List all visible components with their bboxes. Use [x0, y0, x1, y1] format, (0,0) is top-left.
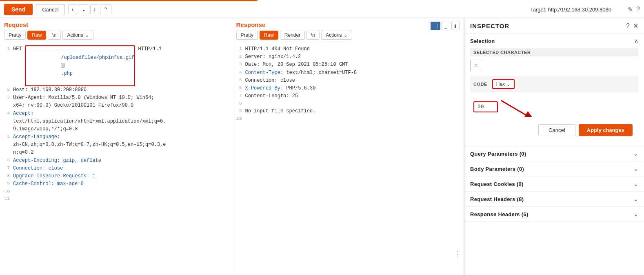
query-parameters-chevron: ⌄: [633, 150, 638, 157]
actions-dropdown-response[interactable]: Actions ⌄: [321, 31, 352, 40]
inspector-close-icon[interactable]: ✕: [633, 22, 638, 30]
resp-line-7: 7 Content-Length: 25: [234, 92, 462, 100]
query-parameters-section[interactable]: Query Parameters (0) ⌄: [464, 146, 644, 161]
code-line-7: 7 Connection: close: [2, 165, 230, 172]
apply-changes-button[interactable]: Apply changes: [579, 124, 633, 136]
resp-line-3: 3 Date: Mon, 20 Sep 2021 05:25:10 GMT: [234, 61, 462, 69]
request-toolbar: Pretty Raw \n Actions ⌄: [4, 31, 228, 40]
code-format-dropdown[interactable]: Hex ⌄: [492, 79, 515, 89]
request-headers-chevron: ⌄: [633, 196, 638, 202]
view-single-button[interactable]: ▮: [451, 22, 460, 30]
request-panel-header: Request Pretty Raw \n Actions ⌄: [0, 18, 232, 43]
url-highlight: /uploadfiles/phpinfoa.gif .php: [25, 45, 135, 86]
actions-chevron-request: ⌄: [85, 32, 89, 38]
view-split-v-button[interactable]: ⎯: [442, 22, 450, 30]
request-code-area[interactable]: 1 GET /uploadfiles/phpinfoa.gif .php HTT…: [0, 43, 232, 275]
code-line-3: 3 User-Agent: Mozilla/5.0 (Windows NT 10…: [2, 94, 230, 102]
selection-action-buttons: Cancel Apply changes: [470, 121, 638, 142]
request-cookies-chevron: ⌄: [633, 181, 638, 187]
code-line-9: 9 Cache-Control: max-age=0: [2, 180, 230, 188]
request-panel: Request Pretty Raw \n Actions ⌄ 1 GET: [0, 18, 232, 275]
body-parameters-section[interactable]: Body Parameters (0) ⌄: [464, 161, 644, 177]
nav-buttons: ‹ ⌄ › ⌃: [68, 4, 111, 14]
code-line-4: 4 Accept:: [2, 110, 230, 118]
response-panel: Response ⎹ ⎯ ▮ Pretty Raw Render \n Acti…: [232, 18, 464, 275]
body-parameters-chevron: ⌄: [633, 165, 638, 172]
main-content: Request Pretty Raw \n Actions ⌄ 1 GET: [0, 18, 644, 275]
code-line-1: 1 GET /uploadfiles/phpinfoa.gif .php HTT…: [2, 45, 230, 86]
resp-line-5: 5 Connection: close: [234, 77, 462, 85]
target-info: Target: http://192.168.30.209:8080: [530, 7, 611, 13]
code-line-5c: n;q=0.2: [2, 149, 230, 157]
inspector-header: INSPECTOR ? ✕: [464, 18, 644, 34]
selection-body: SELECTED CHARACTER □ CODE Hex ⌄: [464, 48, 644, 146]
code-line-4b: text/html,application/xhtml+xml,applicat…: [2, 118, 230, 125]
code-line-5: 5 Accept-Language:: [2, 133, 230, 141]
top-bar: Send Cancel ‹ ⌄ › ⌃ Target: http://192.1…: [0, 1, 644, 18]
send-button[interactable]: Send: [4, 4, 33, 15]
resp-line-1: 1 HTTP/1.1 404 Not Found: [234, 45, 462, 53]
tab-raw-request[interactable]: Raw: [27, 31, 46, 40]
help-icon[interactable]: ?: [636, 6, 640, 13]
code-row: CODE Hex ⌄: [470, 76, 638, 92]
code-line-10: 10: [2, 188, 230, 195]
resp-line-9: 9 No input file specified.: [234, 107, 462, 115]
tab-newline-response[interactable]: \n: [306, 31, 320, 40]
response-headers-chevron: ⌄: [633, 211, 638, 217]
request-headers-label: Request Headers (8): [470, 196, 524, 202]
code-value-input[interactable]: [473, 101, 498, 112]
tab-render-response[interactable]: Render: [280, 31, 305, 40]
view-icons: ⎹ ⎯ ▮: [431, 22, 460, 30]
inspector-header-icons: ? ✕: [626, 22, 638, 30]
selection-section-header[interactable]: Selection ∧: [464, 34, 644, 48]
svg-line-1: [501, 101, 526, 115]
resp-line-8: 8: [234, 100, 462, 107]
selection-label: Selection: [470, 38, 495, 44]
code-line-5b: zh-CN,zh;q=0.8,zh-TW;q=0.7,zh-HK;q=0.5,e…: [2, 141, 230, 149]
edit-icon[interactable]: ✎: [628, 6, 633, 13]
request-cookies-section[interactable]: Request Cookies (0) ⌄: [464, 177, 644, 192]
red-arrow-icon: [501, 96, 534, 117]
body-parameters-label: Body Parameters (0): [470, 166, 524, 172]
query-parameters-label: Query Parameters (0): [470, 151, 526, 157]
resp-line-6: 6 X-Powered-By: PHP/5.6.30: [234, 85, 462, 92]
selection-section: Selection ∧ SELECTED CHARACTER □ CODE He…: [464, 34, 644, 146]
nav-down-button[interactable]: ⌄: [78, 4, 89, 14]
tab-pretty-response[interactable]: Pretty: [236, 31, 258, 40]
code-line-6: 6 Accept-Encoding: gzip, deflate: [2, 157, 230, 165]
view-split-h-button[interactable]: ⎹: [431, 22, 440, 30]
actions-dropdown-request[interactable]: Actions ⌄: [62, 31, 93, 40]
code-line-11: 11: [2, 195, 230, 203]
nav-back-button[interactable]: ‹: [68, 4, 77, 14]
char-display: □: [470, 60, 483, 71]
tab-pretty-request[interactable]: Pretty: [4, 31, 26, 40]
tab-newline-request[interactable]: \n: [48, 31, 61, 40]
response-headers-section[interactable]: Response Headers (6) ⌄: [464, 207, 644, 222]
nav-up-button[interactable]: ⌃: [100, 4, 111, 14]
code-format-chevron: ⌄: [506, 81, 511, 87]
code-line-8: 8 Upgrade-Insecure-Requests: 1: [2, 172, 230, 180]
code-label: CODE: [473, 82, 487, 87]
cancel-button[interactable]: Cancel: [36, 4, 64, 15]
left-panels: Request Pretty Raw \n Actions ⌄ 1 GET: [0, 18, 464, 275]
inspector-help-icon[interactable]: ?: [626, 22, 630, 30]
cancel-inspector-button[interactable]: Cancel: [538, 124, 575, 136]
resp-line-2: 2 Server: nginx/1.4.2: [234, 53, 462, 61]
tab-raw-response[interactable]: Raw: [260, 31, 278, 40]
code-line-4c: 9,image/webp,*/*;q=0.8: [2, 125, 230, 133]
nav-fwd-button[interactable]: ›: [90, 4, 99, 14]
response-title: Response: [236, 21, 266, 28]
request-headers-section[interactable]: Request Headers (8) ⌄: [464, 192, 644, 207]
target-label: Target: http://192.168.30.209:8080: [530, 7, 611, 13]
response-code-area[interactable]: 1 HTTP/1.1 404 Not Found 2 Server: nginx…: [232, 43, 464, 275]
selection-chevron: ∧: [634, 38, 638, 44]
resp-line-4: 4 Content-Type: text/html; charset=UTF-8: [234, 69, 462, 77]
inspector-title: INSPECTOR: [470, 22, 509, 29]
response-headers-label: Response Headers (6): [470, 211, 529, 217]
selected-char-label: SELECTED CHARACTER: [470, 48, 638, 56]
request-cookies-label: Request Cookies (0): [470, 181, 524, 187]
top-bar-icons: ✎ ?: [628, 6, 640, 13]
dots-menu[interactable]: ⋮: [454, 250, 461, 259]
null-byte: [61, 63, 65, 68]
code-value-row: [470, 96, 638, 117]
